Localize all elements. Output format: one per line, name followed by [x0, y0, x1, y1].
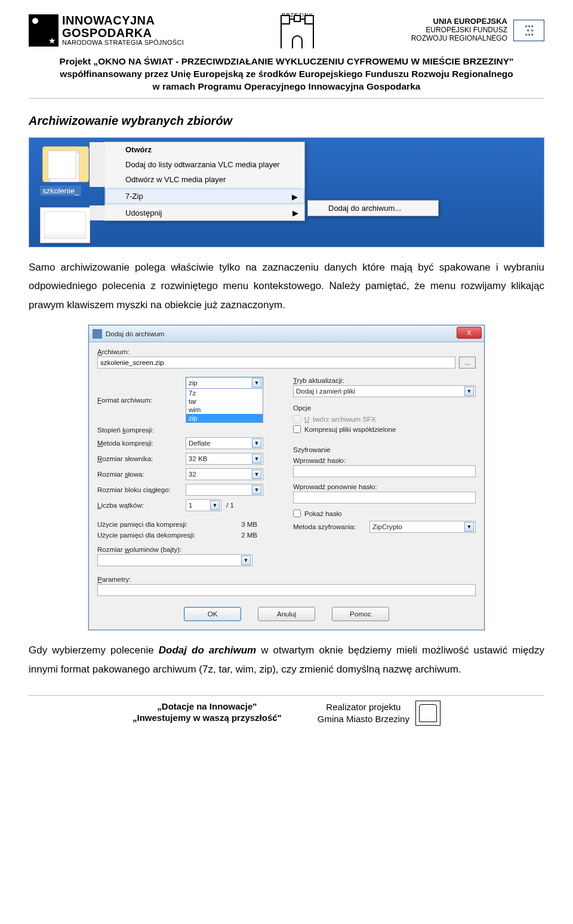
menu-7zip[interactable]: 7-Zip▶ [105, 189, 304, 204]
format-value: zip [189, 379, 198, 386]
archive-name-input[interactable] [97, 357, 455, 369]
options-group: Opcje [293, 404, 476, 412]
update-select[interactable]: Dodaj i zamień pliki▼ [293, 385, 476, 397]
format-dropdown-list[interactable]: 7z tar wim zip [186, 388, 263, 423]
dialog-title: Dodaj do archiwum [106, 330, 164, 337]
format-opt-wim[interactable]: wim [186, 406, 263, 414]
archive-label: Archiwum: [97, 348, 476, 355]
castle-icon [281, 19, 314, 48]
folder-icon [42, 146, 89, 182]
eu-line2: EUROPEJSKI FUNDUSZ [411, 26, 507, 35]
footer-castle-icon [415, 701, 440, 726]
folder-label: szkolenie_ [40, 186, 81, 196]
level-label: Stopień kompresji: [97, 426, 181, 434]
dropdown-icon: ▼ [464, 386, 474, 396]
threads-value: 1 [189, 502, 192, 509]
method-value: Deflate [189, 440, 210, 447]
browse-button[interactable]: ... [459, 357, 476, 369]
project-line3: w ramach Programu Operacyjnego Innowacyj… [29, 81, 544, 93]
footer-gmina: Gmina Miasto Brzeziny [318, 713, 409, 725]
dropdown-icon: ▼ [252, 469, 261, 479]
threads-label: Liczba wątków: [97, 502, 181, 509]
showpw-checkbox[interactable]: Pokaż hasło [293, 509, 476, 517]
submenu-arrow-icon: ▶ [292, 208, 298, 217]
menu-7zip-label: 7-Zip [125, 192, 143, 201]
format-opt-zip[interactable]: zip [186, 414, 263, 422]
para2-command: Dodaj do archiwum [159, 644, 256, 656]
menu-vlc-play[interactable]: Odtwórz w VLC media player [90, 172, 304, 187]
ig-line2: GOSPODARKA [62, 27, 184, 39]
ig-line1: INNOWACYJNA [62, 14, 184, 27]
encryption-group: Szyfrowanie [293, 446, 476, 453]
block-select[interactable]: ▼ [186, 484, 263, 496]
close-button[interactable]: X [457, 327, 482, 339]
menu-share-label: Udostępnij [125, 208, 162, 217]
update-label: Tryb aktualizacji: [293, 377, 476, 384]
encmethod-value: ZipCrypto [372, 523, 402, 530]
paragraph-2: Gdy wybierzemy polecenie Dodaj do archiw… [29, 641, 544, 679]
method-select[interactable]: Deflate▼ [186, 437, 263, 449]
params-input[interactable] [97, 584, 476, 596]
footer-quote1: „Dotacje na Innowacje" [133, 701, 282, 713]
params-label: Parametry: [97, 576, 476, 583]
block-label: Rozmiar bloku ciągłego: [97, 486, 181, 493]
ok-button[interactable]: OK [184, 607, 241, 621]
dropdown-icon: ▼ [252, 438, 261, 448]
eu-logo: UNIA EUROPEJSKA EUROPEJSKI FUNDUSZ ROZWO… [411, 17, 544, 43]
dialog-icon [93, 329, 102, 339]
dialog-titlebar[interactable]: Dodaj do archiwum X [89, 326, 484, 342]
dropdown-icon: ▼ [464, 522, 474, 532]
memc-label: Użycie pamięci dla kompresji: [97, 521, 205, 528]
context-menu-screenshot: szkolenie_ Otwórz Dodaj do listy odtwarz… [29, 137, 544, 247]
help-button[interactable]: Pomoc [332, 607, 389, 621]
header-separator [29, 98, 544, 99]
dropdown-icon: ▼ [210, 501, 220, 510]
word-select[interactable]: 32▼ [186, 468, 263, 480]
dropdown-icon: ▼ [252, 378, 261, 388]
password-input[interactable] [293, 465, 476, 477]
word-value: 32 [189, 471, 196, 478]
method-label: Metoda kompresji: [97, 440, 181, 447]
volume-label: Rozmiar woluminów (bajty): [97, 546, 280, 553]
dict-value: 32 KB [189, 455, 207, 462]
format-opt-7z[interactable]: 7z [186, 389, 263, 397]
paragraph-1: Samo archiwizowanie polega właściwie tyl… [29, 258, 544, 314]
format-opt-tar[interactable]: tar [186, 397, 263, 406]
footer-quote2: „Inwestujemy w waszą przyszłość" [133, 712, 282, 724]
threads-select[interactable]: 1▼ [186, 499, 221, 511]
context-menu[interactable]: Otwórz Dodaj do listy odtwarzania VLC me… [104, 142, 305, 221]
dict-select[interactable]: 32 KB▼ [186, 453, 263, 465]
menu-share[interactable]: Udostępnij▶ [90, 205, 304, 220]
memd-label: Użycie pamięci dla dekompresji: [97, 532, 205, 539]
section-heading: Archiwizowanie wybranych zbiorów [29, 114, 544, 128]
add-to-archive-dialog: Dodaj do archiwum X Archiwum: ... Format… [88, 325, 485, 630]
footer-separator [29, 695, 544, 696]
menu-vlc-add[interactable]: Dodaj do listy odtwarzania VLC media pla… [90, 157, 304, 172]
ig-line3: NARODOWA STRATEGIA SPÓJNOŚCI [62, 39, 184, 47]
menu-open[interactable]: Otwórz [90, 142, 304, 157]
word-label: Rozmiar słowa: [97, 471, 181, 478]
cancel-button[interactable]: Anuluj [258, 607, 315, 621]
eu-line3: ROZWOJU REGIONALNEGO [411, 35, 507, 43]
dict-label: Rozmiar słownika: [97, 455, 181, 462]
volume-select[interactable]: ▼ [97, 554, 252, 566]
showpw-label: Pokaż hasło [304, 510, 342, 517]
shared-checkbox[interactable]: Kompresuj pliki współdzielone [293, 425, 476, 433]
submenu-add-archive[interactable]: Dodaj do archiwum... [308, 201, 438, 216]
password-repeat-input[interactable] [293, 492, 476, 504]
para2-part-a: Gdy wybierzemy polecenie [29, 644, 159, 656]
sfx-checkbox[interactable]: Utwórz archiwum SFX [293, 415, 476, 423]
eu-flag-icon: ★ ★ ★★ ★★ ★ ★ [513, 20, 544, 41]
brzeziny-logo: BRZEZINY [279, 12, 315, 48]
encmethod-select[interactable]: ZipCrypto▼ [369, 521, 476, 533]
context-submenu[interactable]: Dodaj do archiwum... [307, 200, 439, 216]
memc-value: 3 MB [210, 521, 257, 528]
menu-separator [107, 188, 302, 188]
header-logos: INNOWACYJNA GOSPODARKA NARODOWA STRATEGI… [29, 12, 544, 48]
project-line1: Projekt „OKNO NA ŚWIAT - PRZECIWDZIAŁANI… [60, 56, 514, 66]
submenu-arrow-icon: ▶ [292, 192, 298, 201]
pw2-label: Wprowadź ponownie hasło: [293, 483, 476, 490]
pw1-label: Wprowadź hasło: [293, 457, 476, 464]
page-footer: „Dotacje na Innowacje" „Inwestujemy w wa… [29, 695, 544, 726]
format-select[interactable]: zip▼ [186, 377, 263, 389]
